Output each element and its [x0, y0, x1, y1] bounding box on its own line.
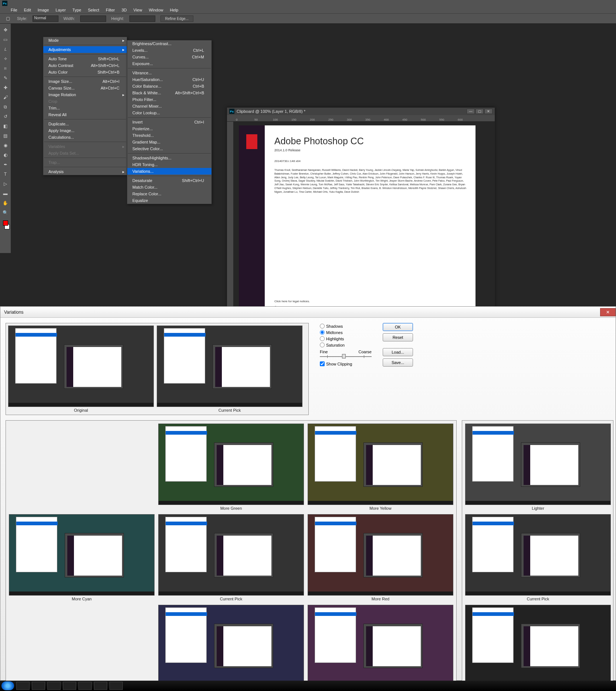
ruler-horizontal[interactable]: 050100150200250300350400450500550600 [227, 115, 495, 122]
marquee-tool-icon[interactable]: ▢ [4, 14, 12, 23]
taskbar-app-icon[interactable] [78, 682, 92, 690]
thumb-more-red[interactable]: More Red [308, 514, 453, 601]
dodge-tool-icon[interactable]: ◐ [1, 151, 10, 159]
menu-item[interactable]: Canvas Size...Alt+Ctrl+C [43, 85, 127, 91]
menu-layer[interactable]: Layer [52, 7, 69, 13]
menu-help[interactable]: Help [167, 7, 182, 13]
menu-item[interactable]: Auto ContrastAlt+Shift+Ctrl+L [43, 62, 127, 69]
menu-item[interactable]: Gradient Map... [127, 139, 211, 145]
menu-item[interactable]: HDR Toning... [127, 161, 211, 168]
menu-item[interactable]: Auto ToneShift+Ctrl+L [43, 55, 127, 62]
canvas[interactable]: Adobe Photoshop CC 2014.1.0 Release 2014… [234, 122, 495, 316]
menu-item[interactable]: Image Rotation▸ [43, 91, 127, 98]
menu-item[interactable]: Adjustments▸ [43, 46, 127, 53]
menu-item[interactable]: Variations... [127, 168, 211, 175]
thumb-original[interactable]: Original [8, 326, 154, 412]
brush-tool-icon[interactable]: 🖌 [1, 93, 10, 101]
amount-slider[interactable] [320, 354, 372, 359]
taskbar-explorer-icon[interactable] [16, 682, 30, 690]
reset-button[interactable]: Reset [383, 333, 413, 341]
menu-filter[interactable]: Filter [102, 7, 118, 13]
thumb-lighter[interactable]: Lighter [465, 424, 611, 510]
show-clipping-checkbox[interactable]: Show Clipping [320, 361, 372, 366]
zoom-tool-icon[interactable]: 🔍 [1, 209, 10, 217]
style-select[interactable]: Normal [33, 16, 58, 22]
thumb-more-yellow[interactable]: More Yellow [308, 424, 453, 510]
menu-item[interactable]: Color Balance...Ctrl+B [127, 83, 211, 90]
type-tool-icon[interactable]: T [1, 170, 10, 178]
history-brush-icon[interactable]: ↺ [1, 112, 10, 121]
menu-item[interactable]: Image Size...Alt+Ctrl+I [43, 78, 127, 85]
thumb-current-pick[interactable]: Current Pick [465, 514, 611, 601]
doc-titlebar[interactable]: PsClipboard @ 100% (Layer 1, RGB/8) * — … [227, 108, 495, 115]
radio-saturation[interactable]: Saturation [320, 343, 372, 347]
thumb-darker[interactable]: Darker [465, 605, 611, 691]
menu-item[interactable]: Selective Color... [127, 145, 211, 152]
crop-tool-icon[interactable]: ⌗ [1, 64, 10, 73]
menu-item[interactable]: Brightness/Contrast... [127, 40, 211, 47]
marquee-tool-icon[interactable]: ▭ [1, 36, 10, 44]
menu-type[interactable]: Type [69, 7, 85, 13]
menu-item[interactable]: Trim... [43, 105, 127, 111]
close-button[interactable]: ✕ [600, 308, 616, 316]
menu-item[interactable]: Match Color... [127, 184, 211, 191]
lasso-tool-icon[interactable]: 𝘓 [1, 45, 10, 53]
menu-item[interactable]: Photo Filter... [127, 96, 211, 103]
hand-tool-icon[interactable]: ✋ [1, 199, 10, 207]
menu-item[interactable]: InvertCtrl+I [127, 119, 211, 125]
menu-item[interactable]: Mode▸ [43, 37, 127, 44]
start-button[interactable] [1, 681, 14, 690]
menu-item[interactable]: Color Lookup... [127, 109, 211, 116]
menu-item[interactable]: Vibrance... [127, 70, 211, 76]
menu-item[interactable]: Calculations... [43, 134, 127, 141]
eyedropper-tool-icon[interactable]: ✎ [1, 74, 10, 82]
taskbar-ie-icon[interactable] [32, 682, 45, 690]
menu-item[interactable]: Apply Image... [43, 127, 127, 134]
menu-edit[interactable]: Edit [21, 7, 34, 13]
thumb-current-pick[interactable]: Current Pick [157, 326, 302, 412]
menu-item[interactable]: Shadows/Highlights... [127, 155, 211, 161]
move-tool-icon[interactable]: ✥ [1, 26, 10, 34]
menu-item[interactable]: Hue/Saturation...Ctrl+U [127, 76, 211, 83]
wand-tool-icon[interactable]: ✧ [1, 55, 10, 63]
ruler-vertical[interactable] [227, 122, 234, 316]
radio-midtones[interactable]: Midtones [320, 330, 372, 335]
eraser-tool-icon[interactable]: ◧ [1, 122, 10, 130]
maximize-button[interactable]: ▢ [475, 109, 484, 114]
thumb-more-magenta[interactable]: More Magenta [308, 605, 453, 691]
thumb-current-pick[interactable]: Current Pick [158, 514, 304, 601]
height-input[interactable] [129, 16, 155, 22]
radio-shadows[interactable]: Shadows [320, 324, 372, 328]
stamp-tool-icon[interactable]: ⧉ [1, 103, 10, 111]
menu-3d[interactable]: 3D [118, 7, 130, 13]
menu-item[interactable]: DesaturateShift+Ctrl+U [127, 177, 211, 184]
menu-view[interactable]: View [130, 7, 146, 13]
menu-item[interactable]: Threshold... [127, 132, 211, 139]
shape-tool-icon[interactable]: ▬ [1, 189, 10, 198]
thumb-more-blue[interactable]: More Blue [158, 605, 304, 691]
menu-item[interactable]: Duplicate... [43, 121, 127, 127]
menu-item[interactable]: Analysis▸ [43, 168, 127, 175]
taskbar-app-icon[interactable] [63, 682, 76, 690]
pen-tool-icon[interactable]: ✒ [1, 161, 10, 169]
menu-item[interactable]: Auto ColorShift+Ctrl+B [43, 69, 127, 75]
menu-item[interactable]: Curves...Ctrl+M [127, 54, 211, 60]
foreground-color-swatch[interactable] [3, 220, 8, 226]
taskbar-photoshop-icon[interactable] [109, 682, 123, 690]
menu-item[interactable]: Posterize... [127, 125, 211, 132]
menu-file[interactable]: File [7, 7, 21, 13]
blur-tool-icon[interactable]: ◉ [1, 141, 10, 149]
windows-taskbar[interactable] [0, 681, 616, 691]
minimize-button[interactable]: — [467, 109, 475, 114]
menu-item[interactable]: Black & White...Alt+Shift+Ctrl+B [127, 90, 211, 96]
thumb-more-cyan[interactable]: More Cyan [9, 514, 155, 601]
menu-item[interactable]: Levels...Ctrl+L [127, 47, 211, 54]
save-button[interactable]: Save... [383, 358, 413, 367]
menu-item[interactable]: Equalize [127, 197, 211, 204]
menu-item[interactable]: Reveal All [43, 111, 127, 118]
thumb-more-green[interactable]: More Green [158, 424, 304, 510]
menu-select[interactable]: Select [85, 7, 103, 13]
load-button[interactable]: Load... [383, 348, 413, 356]
refine-edge-button[interactable]: Refine Edge... [160, 16, 193, 22]
menu-item[interactable]: Channel Mixer... [127, 103, 211, 109]
